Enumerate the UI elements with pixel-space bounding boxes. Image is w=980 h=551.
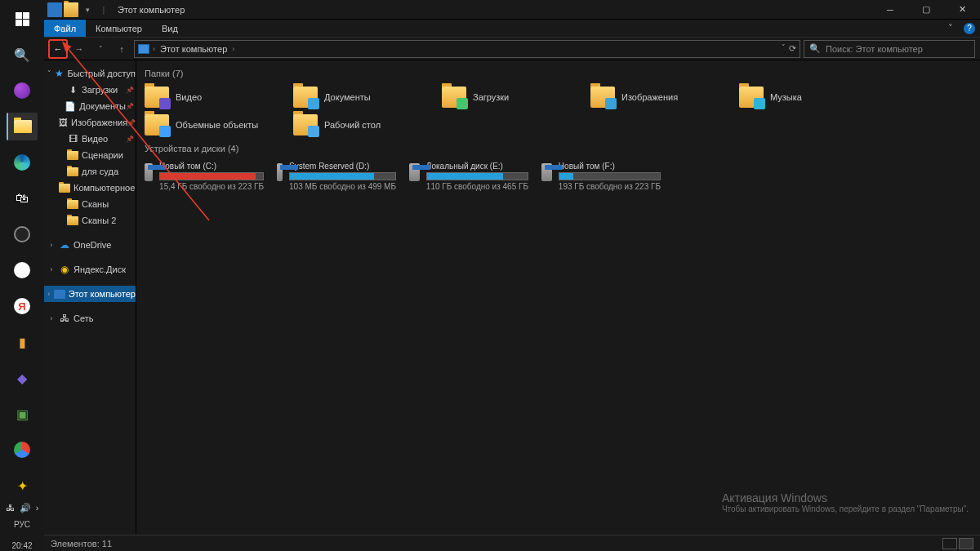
tree-this-pc[interactable]: ›Этот компьютер [44, 286, 136, 302]
up-button[interactable]: ↑ [113, 40, 131, 58]
taskbar-store[interactable]: 🛍 [7, 184, 38, 212]
network-icon: 🖧 [59, 313, 70, 323]
folders-header[interactable]: Папки (7) [143, 64, 973, 83]
folder-icon [590, 87, 615, 108]
help-button[interactable]: ? [964, 23, 975, 34]
view-details-button[interactable] [942, 538, 957, 549]
library-folder[interactable]: Рабочий стол [292, 111, 414, 139]
tray-icons[interactable]: 🖧🔊› [0, 500, 44, 517]
tree-network[interactable]: ›🖧Сеть [44, 310, 136, 327]
tab-computer[interactable]: Компьютер [86, 20, 152, 37]
item-icon [59, 183, 70, 193]
forward-button[interactable]: → [70, 40, 88, 58]
library-folder[interactable]: Загрузки [440, 83, 563, 111]
back-button[interactable]: ← [49, 40, 67, 58]
search-placeholder: Поиск: Этот компьютер [826, 44, 923, 54]
network-icon: 🖧 [6, 503, 15, 513]
tree-item[interactable]: для суда [44, 163, 136, 180]
app-icon: ▮ [13, 333, 31, 351]
start-button[interactable] [7, 5, 38, 33]
language-indicator[interactable]: РУС [14, 520, 30, 530]
qat-folder-icon[interactable] [64, 2, 78, 17]
library-folder[interactable]: Документы [292, 83, 414, 111]
search-box[interactable]: 🔍 Поиск: Этот компьютер [804, 40, 975, 58]
window-title: Этот компьютер [118, 5, 185, 15]
tree-quick-access[interactable]: ˅★Быстрый доступ [44, 65, 136, 82]
drive-item[interactable]: Новый том (F:)193 ГБ свободно из 223 ГБ [540, 158, 662, 194]
edge-icon [14, 154, 30, 171]
drive-name: Новый том (C:) [159, 162, 264, 171]
titlebar: ▾ | Этот компьютер ─ ▢ ✕ [44, 0, 980, 20]
tree-item-label: Изображения [71, 118, 127, 127]
tree-item[interactable]: 🖼Изображения [44, 114, 136, 131]
folder-icon [293, 87, 318, 108]
taskbar-app-4[interactable]: ◆ [7, 364, 38, 392]
folder-icon [739, 87, 764, 108]
taskbar-yandex[interactable]: Я [7, 292, 38, 320]
clock-time[interactable]: 20:42 [11, 541, 32, 551]
drive-icon [145, 163, 153, 181]
taskbar-explorer[interactable] [7, 113, 38, 140]
taskbar-app-3[interactable]: ▮ [7, 328, 38, 356]
tree-item[interactable]: Сценарии [44, 147, 136, 163]
pc-icon [54, 289, 65, 299]
ribbon-tabs: Файл Компьютер Вид ˅ ? [44, 20, 980, 38]
pc-icon [138, 44, 149, 54]
drives-header[interactable]: Устройства и диски (4) [143, 139, 973, 158]
drive-free-text: 110 ГБ свободно из 465 ГБ [426, 182, 528, 191]
app-icon: ◆ [13, 369, 31, 387]
tree-item[interactable]: ⬇Загрузки [44, 82, 136, 98]
breadcrumb[interactable]: Этот компьютер [158, 44, 229, 54]
taskbar-edge[interactable] [7, 149, 38, 176]
tree-item[interactable]: 📄Документы [44, 98, 136, 114]
drive-item[interactable]: Локальный диск (E:)110 ГБ свободно из 46… [408, 158, 530, 194]
search-icon: 🔍 [809, 43, 821, 54]
taskbar-app-1[interactable] [7, 77, 38, 104]
maximize-button[interactable]: ▢ [908, 0, 944, 20]
drive-item[interactable]: System Reserved (D:)103 МБ свободно из 4… [275, 158, 398, 194]
search-button[interactable]: 🔍 [7, 41, 38, 69]
taskbar-app-5[interactable]: ▣ [7, 400, 38, 428]
tree-item-label: Видео [82, 134, 108, 144]
library-folder[interactable]: Видео [143, 83, 265, 111]
qat-dropdown-icon[interactable]: ▾ [80, 2, 95, 17]
tree-onedrive[interactable]: ›☁OneDrive [44, 237, 136, 253]
drive-free-text: 103 МБ свободно из 499 МБ [289, 182, 396, 191]
folder-icon [293, 114, 318, 136]
taskbar: 🔍 🛍 Я ▮ ◆ ▣ ✦ 🖧🔊› РУС 20:42 вторник 20.0… [0, 0, 44, 551]
library-folder[interactable]: Музыка [737, 83, 860, 111]
refresh-button[interactable]: ⟳ [789, 43, 796, 54]
taskbar-chrome[interactable] [7, 436, 38, 464]
tree-item-label: Компьютерное же [74, 183, 136, 193]
ribbon-expand-icon[interactable]: ˅ [944, 22, 957, 35]
tree-item-label: Документы [79, 101, 126, 111]
opera-icon [14, 262, 30, 278]
close-button[interactable]: ✕ [944, 0, 980, 20]
status-item-count: Элементов: 11 [51, 539, 112, 549]
taskbar-app-2[interactable] [7, 220, 38, 248]
library-folder[interactable]: Объемные объекты [143, 111, 265, 139]
view-icons-button[interactable] [959, 538, 973, 549]
recent-dropdown[interactable]: ˅ [91, 40, 109, 58]
tree-yandex-disk[interactable]: ›◉Яндекс.Диск [44, 261, 136, 278]
tree-item[interactable]: Компьютерное же [44, 180, 136, 196]
address-bar[interactable]: › Этот компьютер › ˅ ⟳ [134, 40, 800, 58]
star-icon: ★ [55, 69, 64, 78]
taskbar-opera[interactable] [7, 256, 38, 284]
tree-item[interactable]: Сканы [44, 196, 136, 212]
tree-item[interactable]: 🎞Видео [44, 131, 136, 147]
watermark-subtitle: Чтобы активировать Windows, перейдите в … [722, 504, 969, 513]
qat-pc-icon[interactable] [47, 2, 62, 17]
item-icon: ⬇ [67, 85, 78, 95]
drive-name: System Reserved (D:) [289, 162, 396, 171]
tab-view[interactable]: Вид [152, 20, 188, 37]
tree-item[interactable]: Сканы 2 [44, 212, 136, 229]
tab-file[interactable]: Файл [44, 20, 86, 37]
taskbar-app-6[interactable]: ✦ [7, 472, 38, 500]
volume-icon: 🔊 [20, 503, 31, 513]
drive-icon [409, 163, 420, 181]
minimize-button[interactable]: ─ [872, 0, 908, 20]
drive-item[interactable]: Новый том (C:)15,4 ГБ свободно из 223 ГБ [143, 158, 265, 194]
library-folder[interactable]: Изображения [589, 83, 711, 111]
address-dropdown-icon[interactable]: ˅ [782, 43, 786, 54]
